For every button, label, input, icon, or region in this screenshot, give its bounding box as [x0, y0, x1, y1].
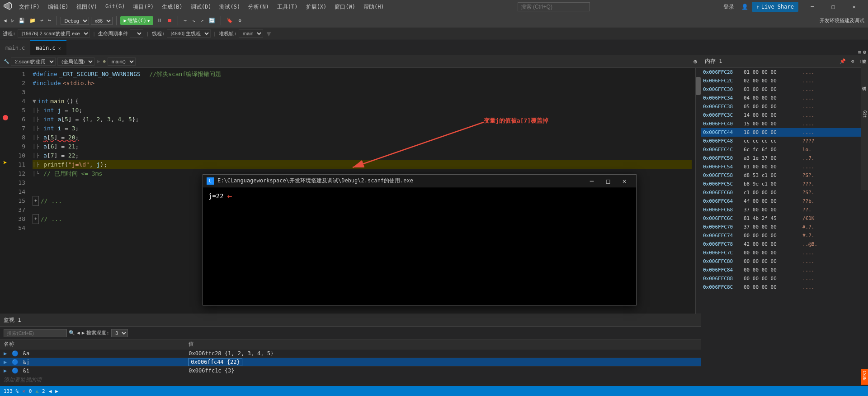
right-tab-2[interactable]: 调试: [861, 81, 868, 109]
save-btn[interactable]: 💾: [17, 17, 27, 24]
play-icon: ▶: [124, 18, 127, 24]
memory-panel: 内存 1 📌 ⚙ ✕ 0x006FFC2801 00 00 00....0x00…: [701, 55, 868, 386]
menu-debug[interactable]: 调试(D): [187, 1, 215, 13]
ln-14: 14: [10, 187, 25, 196]
close-btn[interactable]: ✕: [844, 0, 864, 14]
menu-edit[interactable]: 编辑(E): [44, 1, 72, 13]
lifecycle-dropdown[interactable]: [130, 29, 143, 38]
right-tab-1[interactable]: 监视: [861, 54, 868, 81]
pin-icon[interactable]: 📌: [838, 57, 848, 65]
search-icon[interactable]: 🔍: [69, 330, 75, 336]
sep2: [116, 16, 117, 25]
memory-row: 0x006FFC4416 00 00 00....: [701, 128, 868, 137]
bookmark-btn[interactable]: 🔖: [225, 17, 235, 24]
console-popup: C E:\CLanguageworkspace\开发环境搭建及调试\Debug\…: [203, 174, 637, 305]
pause-btn[interactable]: ⏸: [155, 17, 164, 24]
depth-select[interactable]: 3: [111, 329, 128, 337]
tab-main-c-1[interactable]: main.c: [0, 40, 30, 55]
menu-extensions[interactable]: 扩展(X): [302, 1, 330, 13]
global-scope-dropdown[interactable]: (全局范围): [57, 57, 94, 66]
watch-row-i[interactable]: ▶ 🔵 &i 0x006ffc1c {3}: [0, 367, 701, 375]
settings-icon[interactable]: ⚙: [236, 17, 243, 24]
collapse-4[interactable]: ▼: [33, 97, 36, 106]
right-tab-3[interactable]: Git: [861, 109, 868, 136]
memory-row: 0x006FFC58d8 53 c1 00?S?.: [701, 171, 868, 180]
tab-close-btn[interactable]: ✕: [58, 46, 61, 51]
maximize-btn[interactable]: □: [823, 0, 844, 14]
memory-row: 0x006FFC3C14 00 00 00....: [701, 111, 868, 119]
error-icon: ✕: [22, 388, 25, 394]
tab-main-c-2[interactable]: main.c ✕: [30, 40, 66, 55]
watch-panel-header: 监视 1: [0, 314, 701, 327]
undo-btn[interactable]: ↩: [38, 17, 45, 24]
back-btn[interactable]: ◀: [2, 17, 9, 24]
live-share-icon: ↑: [756, 4, 760, 10]
popup-close-btn[interactable]: ✕: [616, 175, 632, 187]
stack-dropdown[interactable]: main: [239, 29, 263, 38]
watch-add-row[interactable]: 添加要监视的项: [0, 375, 701, 385]
stop-btn[interactable]: ⏹: [165, 17, 174, 24]
profile-btn[interactable]: 登录: [720, 1, 738, 13]
code-line-5: │ ├ int j = 10;: [33, 106, 692, 115]
nav-fwd-btn[interactable]: ▶: [55, 388, 58, 394]
breakpoint-dot-6[interactable]: [3, 115, 8, 120]
code-line-1: #define _CRT_SECURE_NO_WARNINGS //解决scan…: [33, 70, 692, 79]
menu-analyze[interactable]: 分析(N): [245, 1, 273, 13]
expand-i[interactable]: ▶: [4, 367, 7, 374]
thread-dropdown[interactable]: [4840] 主线程: [167, 29, 211, 38]
open-btn[interactable]: 📁: [28, 17, 38, 24]
scrollbar-thumb[interactable]: [696, 77, 701, 95]
restart-btn[interactable]: 🔄: [207, 17, 217, 24]
watch-value-j: 0x006ffc44 {22}: [185, 358, 701, 367]
menu-tools[interactable]: 工具(T): [274, 1, 302, 13]
expand-38[interactable]: +: [33, 214, 39, 224]
func-dropdown[interactable]: main(): [108, 57, 136, 66]
expand-a[interactable]: ▶: [4, 350, 7, 357]
code-line-4: ▼ int main () {: [33, 97, 692, 106]
ln-10: 10: [10, 151, 25, 160]
step-over-btn[interactable]: →: [182, 17, 189, 24]
global-search[interactable]: [518, 2, 590, 11]
process-dropdown[interactable]: [16676] 2.scanf的使用.exe: [18, 29, 90, 38]
watch-search-input[interactable]: [4, 329, 67, 337]
tab-label-1: main.c: [5, 45, 25, 51]
file-icon: 🔧: [4, 59, 9, 64]
expand-editor-btn[interactable]: ⊕: [693, 58, 697, 65]
live-share-button[interactable]: ↑ Live Share: [752, 2, 798, 12]
menu-git[interactable]: Git(G): [102, 1, 128, 13]
live-share-label: Live Share: [761, 4, 794, 10]
redo-btn[interactable]: ↪: [46, 17, 53, 24]
editor-scrollbar[interactable]: [695, 68, 701, 314]
menu-view[interactable]: 视图(V): [73, 1, 101, 13]
col-name: 名称: [0, 339, 185, 349]
popup-minimize-btn[interactable]: ─: [584, 175, 600, 187]
file-scope-dropdown[interactable]: 2.scanf的使用: [11, 57, 56, 66]
menu-test[interactable]: 测试(S): [216, 1, 244, 13]
debug-mode-dropdown[interactable]: Debug: [61, 17, 89, 25]
right-activity-bar: 监视 调试 Git: [861, 54, 868, 190]
arch-dropdown[interactable]: x86: [91, 17, 113, 25]
step-out-btn[interactable]: ↗: [199, 17, 206, 24]
watch-back-btn[interactable]: ◀: [77, 330, 80, 336]
continue-dropdown-icon: ▼: [147, 19, 150, 23]
watch-row-j[interactable]: ▶ 🔵 &j 0x006ffc44 {22}: [0, 358, 701, 367]
ln-1: 1: [10, 70, 25, 79]
step-into-btn[interactable]: ↘: [190, 17, 197, 24]
watch-row-a[interactable]: ▶ 🔵 &a 0x006ffc28 {1, 2, 3, 4, 5}: [0, 349, 701, 358]
forward-btn[interactable]: ▷: [9, 17, 16, 24]
menu-project[interactable]: 项目(P): [129, 1, 157, 13]
menu-build[interactable]: 生成(B): [158, 1, 186, 13]
watch-fwd-btn[interactable]: ▶: [82, 330, 85, 336]
expand-15[interactable]: +: [33, 196, 39, 206]
minimize-btn[interactable]: ─: [802, 0, 823, 14]
memory-settings-icon[interactable]: ⚙: [849, 57, 856, 65]
menu-file[interactable]: 文件(F): [15, 1, 43, 13]
expand-j[interactable]: ▶: [4, 359, 7, 365]
menu-window[interactable]: 窗口(W): [331, 1, 359, 13]
popup-maximize-btn[interactable]: □: [600, 175, 616, 187]
nav-back-btn[interactable]: ◀: [49, 388, 52, 394]
menu-help[interactable]: 帮助(H): [360, 1, 388, 13]
continue-button[interactable]: ▶ 继续(C) ▼: [120, 16, 154, 25]
watch-name-i: ▶ 🔵 &i: [0, 367, 185, 375]
env-label: 开发环境搭建及调试: [818, 16, 866, 25]
